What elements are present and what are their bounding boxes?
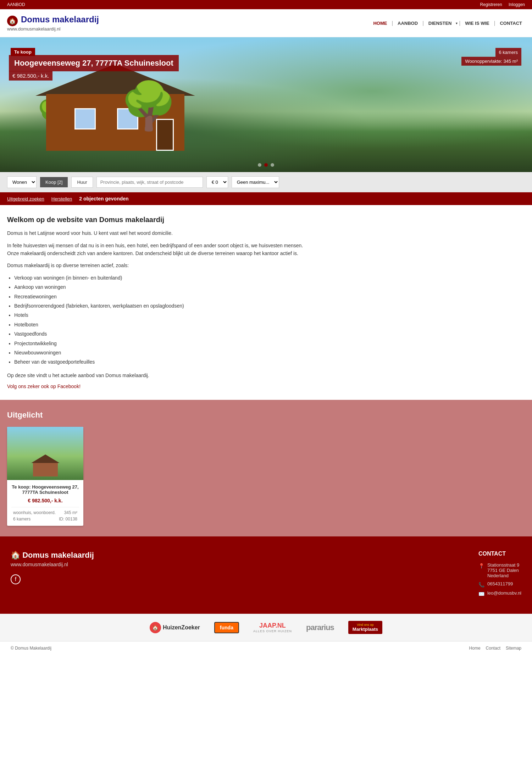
property-card-image	[7, 427, 83, 480]
list-item: Bedrijfsonroerendgoed (fabrieken, kantor…	[14, 302, 312, 310]
card-divider	[11, 507, 79, 507]
marktplaats-name: Marktplaats	[353, 627, 378, 632]
nav-diensten[interactable]: DIENSTEN	[426, 19, 455, 28]
logo-icon	[7, 16, 18, 26]
footer-address-line3: Nederland	[487, 573, 519, 578]
copyright-text: © Domus Makelaardij	[11, 646, 51, 651]
partner-huizenzoeker[interactable]: 🏠 HuizenZoeker	[150, 622, 200, 633]
featured-heading: Uitgelicht	[7, 410, 525, 420]
main-content: Welkom op de website van Domus makelaard…	[0, 205, 319, 400]
footer-address: 📍 Stationsstraat 9 7751 GE Dalen Nederla…	[478, 562, 521, 578]
featured-section: Uitgelicht Te koop: Hoogeveenseweg 27, 7…	[0, 400, 532, 536]
footer-phone-number: 0654311799	[487, 581, 513, 586]
intro-p4: Op deze site vindt u het actuele aanbod …	[7, 371, 312, 379]
email-icon: ✉️	[478, 591, 484, 597]
bottom-footer-links: Home Contact Sitemap	[469, 646, 521, 651]
search-bar: Wonen Koop [2] Huur € 0 Geen maximu...	[0, 172, 532, 192]
huur-button[interactable]: Huur	[71, 177, 93, 188]
intro-p2: In feite huisvesten wij mensen of dat nu…	[7, 242, 312, 258]
facebook-footer-icon[interactable]: f	[11, 574, 21, 584]
top-bar: AANBOD Registreren Inloggen	[0, 0, 532, 9]
funda-label: funda	[220, 625, 233, 630]
hero-area-value: 345 m²	[504, 59, 518, 64]
hero-pagination-dots	[258, 163, 274, 167]
nav-aanbod[interactable]: AANBOD	[395, 19, 421, 28]
card-price: € 982.500,- k.k.	[11, 498, 79, 503]
card-details-row-1: woonhuis, woonboerd. 345 m²	[11, 510, 79, 515]
list-item: Nieuwbouwwoningen	[14, 349, 312, 357]
hero-area-badge: Woonoppervlakte: 345 m²	[461, 57, 521, 66]
hero-section: 🌳 🌳 Te koop Hoogeveenseweg 27, 7777TA Sc…	[0, 37, 532, 172]
services-list: Verkoop van woningen (in binnen- en buit…	[14, 274, 312, 366]
partner-jaap[interactable]: JAAP.NL ALLES OVER HUIZEN	[253, 622, 292, 633]
top-bar-links: Registreren Inloggen	[475, 2, 525, 7]
min-price-select[interactable]: € 0	[206, 176, 228, 188]
card-rooms: 6 kamers	[13, 517, 31, 522]
phone-icon: 📞	[478, 582, 484, 588]
hero-dot-3[interactable]	[271, 163, 274, 167]
card-details-row-2: 6 kamers ID: 00138	[11, 517, 79, 522]
site-header: Domus makelaardij www.domusmakelaardij.n…	[0, 9, 532, 37]
nav-home[interactable]: HOME	[370, 19, 390, 28]
bottom-link-contact[interactable]: Contact	[486, 646, 500, 651]
inloggen-link[interactable]: Inloggen	[509, 2, 525, 7]
footer-brand-name: Domus makelaardij	[22, 551, 94, 559]
main-nav: HOME | AANBOD | DIENSTEN ▾ | WIE IS WIE …	[370, 19, 525, 28]
list-item: Verkoop van woningen (in binnen- en buit…	[14, 274, 312, 282]
location-icon: 📍	[478, 563, 484, 569]
bottom-link-sitemap[interactable]: Sitemap	[506, 646, 521, 651]
property-card-body: Te koop: Hoogeveenseweg 27, 7777TA Schui…	[7, 480, 83, 526]
results-count: 2 objecten gevonden	[79, 196, 128, 202]
list-item: Aankoop van woningen	[14, 283, 312, 291]
footer-address-line1: Stationsstraat 9	[487, 562, 519, 568]
card-title: Te koop: Hoogeveenseweg 27, 7777TA Schui…	[11, 484, 79, 495]
jaap-title: JAAP.NL	[253, 622, 292, 629]
property-type-select[interactable]: Wonen	[7, 176, 37, 188]
list-item: Beheer van de vastgoedportefeuilles	[14, 358, 312, 366]
footer-address-line2: 7751 GE Dalen	[487, 568, 519, 573]
bottom-link-home[interactable]: Home	[469, 646, 481, 651]
house-window-1	[74, 108, 96, 129]
advanced-search-link[interactable]: Uitgebreid zoeken	[7, 196, 44, 202]
facebook-link[interactable]: Volg ons zeker ook op Facebook!	[7, 384, 81, 389]
results-bar: Uitgebreid zoeken Herstellen 2 objecten …	[0, 192, 532, 205]
footer-email: ✉️ leo@domusbv.nl	[478, 590, 521, 597]
aanbod-label[interactable]: AANBOD	[7, 2, 25, 7]
hero-property-price: € 982.500,- k.k.	[9, 71, 52, 81]
koop-button[interactable]: Koop [2]	[40, 177, 68, 187]
list-item: Recreatiewoningen	[14, 293, 312, 300]
logo-subtitle: www.domusmakelaardij.nl	[7, 26, 99, 32]
footer-contact: CONTACT 📍 Stationsstraat 9 7751 GE Dalen…	[478, 551, 521, 600]
footer-contact-heading: CONTACT	[478, 551, 521, 557]
nav-contact[interactable]: CONTACT	[497, 19, 525, 28]
tree-right-icon: 🌳	[120, 79, 177, 133]
logo-title[interactable]: Domus makelaardij	[21, 15, 99, 24]
footer-logo-icon-small: 🏠	[11, 551, 22, 559]
house-illustration: 🌳 🌳	[35, 73, 195, 151]
hero-dot-1[interactable]	[258, 163, 261, 167]
partner-marktplaats[interactable]: Vind ons op Marktplaats	[348, 621, 382, 634]
partner-pararius[interactable]: pararius	[306, 623, 334, 632]
intro-heading: Welkom op de website van Domus makelaard…	[7, 216, 312, 224]
max-price-select[interactable]: Geen maximu...	[232, 176, 279, 188]
registreren-link[interactable]: Registreren	[480, 2, 502, 7]
card-type: woonhuis, woonboerd.	[13, 510, 56, 515]
marktplaats-label: Vind ons op	[353, 623, 378, 627]
pararius-label: pararius	[306, 623, 334, 632]
footer-email-address: leo@domusbv.nl	[487, 590, 521, 596]
card-area: 345 m²	[64, 510, 77, 515]
partners-bar: 🏠 HuizenZoeker funda JAAP.NL ALLES OVER …	[0, 614, 532, 641]
list-item: Hotelboten	[14, 321, 312, 329]
footer-logo-url: www.domusmakelaardij.nl	[11, 562, 94, 567]
location-search-input[interactable]	[96, 177, 203, 188]
hero-dot-2[interactable]	[264, 163, 268, 167]
partner-funda[interactable]: funda	[214, 622, 239, 633]
property-card[interactable]: Te koop: Hoogeveenseweg 27, 7777TA Schui…	[7, 427, 83, 526]
property-house-icon	[31, 455, 60, 476]
logo-area: Domus makelaardij www.domusmakelaardij.n…	[7, 15, 99, 32]
reset-search-link[interactable]: Herstellen	[51, 196, 72, 202]
logo-title-row: Domus makelaardij	[7, 15, 99, 26]
hero-property-title: Hoogeveenseweg 27, 7777TA Schuinesloot	[9, 55, 179, 71]
nav-wie-is-wie[interactable]: WIE IS WIE	[462, 19, 492, 28]
chevron-down-icon: ▾	[456, 21, 458, 25]
